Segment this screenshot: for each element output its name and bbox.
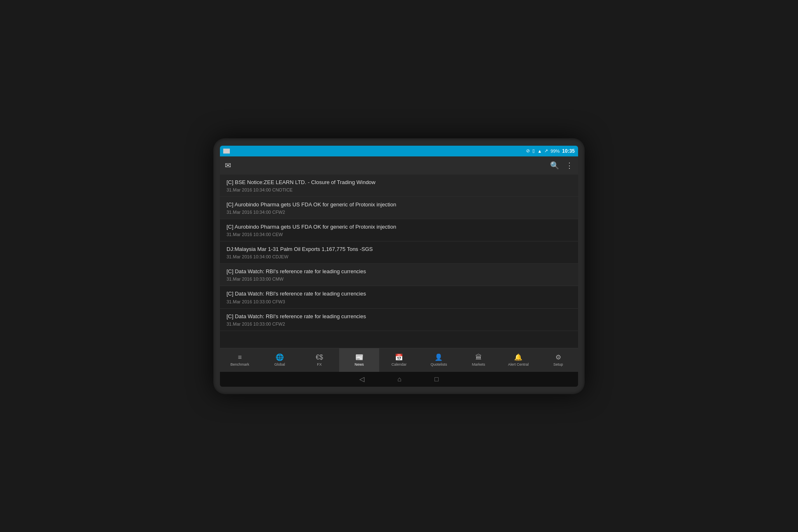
quotelists-icon: 👤 bbox=[434, 353, 443, 361]
news-meta: 31.Mar 2016 10:33:00 CFW3 bbox=[227, 299, 571, 304]
recent-button[interactable]: □ bbox=[434, 376, 439, 383]
nav-item-news[interactable]: 📰News bbox=[339, 348, 379, 372]
wifi-icon: ▲ bbox=[537, 149, 542, 154]
status-bar-right: ⊘ ▯ ▲ ↗ 99% 10:35 bbox=[526, 148, 575, 154]
status-bar: ⊘ ▯ ▲ ↗ 99% 10:35 bbox=[220, 146, 578, 156]
news-label: News bbox=[354, 362, 364, 366]
news-icon: 📰 bbox=[355, 353, 364, 361]
alert-central-label: Alert Central bbox=[508, 362, 529, 366]
bottom-nav: ≡Benchmark🌐Global€$FX📰News📅Calendar👤Quot… bbox=[220, 348, 578, 372]
calendar-label: Calendar bbox=[392, 362, 407, 366]
nav-item-alert-central[interactable]: 🔔Alert Central bbox=[498, 348, 538, 372]
device-screen: ⊘ ▯ ▲ ↗ 99% 10:35 ✉ 🔍 ⋮ [C] BSE Notice:Z… bbox=[220, 146, 578, 387]
news-item[interactable]: [C] Data Watch: RBI's reference rate for… bbox=[220, 286, 578, 308]
global-icon: 🌐 bbox=[276, 353, 284, 361]
nav-item-markets[interactable]: 🏛Markets bbox=[459, 348, 498, 372]
nav-item-calendar[interactable]: 📅Calendar bbox=[379, 348, 419, 372]
signal-icon: ↗ bbox=[544, 148, 548, 154]
app-toolbar: ✉ 🔍 ⋮ bbox=[220, 156, 578, 175]
setup-icon: ⚙ bbox=[555, 353, 561, 361]
nav-item-global[interactable]: 🌐Global bbox=[260, 348, 299, 372]
nav-item-fx[interactable]: €$FX bbox=[300, 348, 339, 372]
battery-indicator: 99% bbox=[550, 149, 560, 154]
nav-item-quotelists[interactable]: 👤Quotelists bbox=[419, 348, 458, 372]
news-item[interactable]: [C] Aurobindo Pharma gets US FDA OK for … bbox=[220, 197, 578, 219]
news-item[interactable]: [C] Data Watch: RBI's reference rate for… bbox=[220, 309, 578, 331]
news-list: [C] BSE Notice:ZEE LEARN LTD. - Closure … bbox=[220, 175, 578, 348]
news-title: [C] Data Watch: RBI's reference rate for… bbox=[227, 268, 571, 275]
news-meta: 31.Mar 2016 10:33:00 CMW bbox=[227, 277, 571, 281]
news-title: [C] Data Watch: RBI's reference rate for… bbox=[227, 313, 571, 320]
news-title: [C] Data Watch: RBI's reference rate for… bbox=[227, 290, 571, 298]
setup-label: Setup bbox=[553, 362, 563, 366]
benchmark-label: Benchmark bbox=[230, 362, 249, 366]
news-title: [C] BSE Notice:ZEE LEARN LTD. - Closure … bbox=[227, 179, 571, 186]
fx-icon: €$ bbox=[316, 354, 323, 361]
toolbar-left: ✉ bbox=[225, 161, 231, 170]
news-title: [C] Aurobindo Pharma gets US FDA OK for … bbox=[227, 201, 571, 208]
search-icon[interactable]: 🔍 bbox=[550, 161, 559, 170]
news-item[interactable]: DJ:Malaysia Mar 1-31 Palm Oil Exports 1,… bbox=[220, 241, 578, 264]
android-nav: ◁ ⌂ □ bbox=[220, 372, 578, 387]
alert-central-icon: 🔔 bbox=[514, 353, 522, 361]
news-meta: 31.Mar 2016 10:34:00 CDJEW bbox=[227, 254, 571, 259]
news-item[interactable]: [C] BSE Notice:ZEE LEARN LTD. - Closure … bbox=[220, 175, 578, 197]
news-item[interactable]: [C] Aurobindo Pharma gets US FDA OK for … bbox=[220, 219, 578, 241]
news-meta: 31.Mar 2016 10:34:00 CEW bbox=[227, 232, 571, 237]
news-item[interactable]: [C] Data Watch: RBI's reference rate for… bbox=[220, 264, 578, 286]
quotelists-label: Quotelists bbox=[430, 362, 447, 366]
sim-icon: ▯ bbox=[532, 148, 535, 154]
nav-item-setup[interactable]: ⚙Setup bbox=[538, 348, 578, 372]
markets-icon: 🏛 bbox=[475, 354, 482, 361]
device-frame: ⊘ ▯ ▲ ↗ 99% 10:35 ✉ 🔍 ⋮ [C] BSE Notice:Z… bbox=[213, 138, 585, 394]
screenshot-icon bbox=[223, 149, 230, 154]
news-meta: 31.Mar 2016 10:34:00 CFW2 bbox=[227, 210, 571, 215]
home-button[interactable]: ⌂ bbox=[397, 376, 401, 383]
nav-item-benchmark[interactable]: ≡Benchmark bbox=[220, 348, 260, 372]
dnd-icon: ⊘ bbox=[526, 148, 530, 154]
global-label: Global bbox=[274, 362, 285, 366]
news-meta: 31.Mar 2016 10:34:00 CNOTICE bbox=[227, 187, 571, 192]
markets-label: Markets bbox=[472, 362, 485, 366]
battery-percent: 99% bbox=[550, 149, 560, 154]
calendar-icon: 📅 bbox=[395, 353, 403, 361]
time-display: 10:35 bbox=[562, 148, 575, 154]
benchmark-icon: ≡ bbox=[238, 354, 242, 361]
status-bar-left bbox=[223, 149, 230, 154]
toolbar-right: 🔍 ⋮ bbox=[550, 161, 573, 170]
back-button[interactable]: ◁ bbox=[359, 375, 364, 383]
news-title: [C] Aurobindo Pharma gets US FDA OK for … bbox=[227, 223, 571, 231]
more-options-icon[interactable]: ⋮ bbox=[566, 161, 573, 170]
mail-icon[interactable]: ✉ bbox=[225, 161, 231, 170]
news-meta: 31.Mar 2016 10:33:00 CFW2 bbox=[227, 322, 571, 326]
news-title: DJ:Malaysia Mar 1-31 Palm Oil Exports 1,… bbox=[227, 246, 571, 253]
fx-label: FX bbox=[317, 362, 322, 366]
